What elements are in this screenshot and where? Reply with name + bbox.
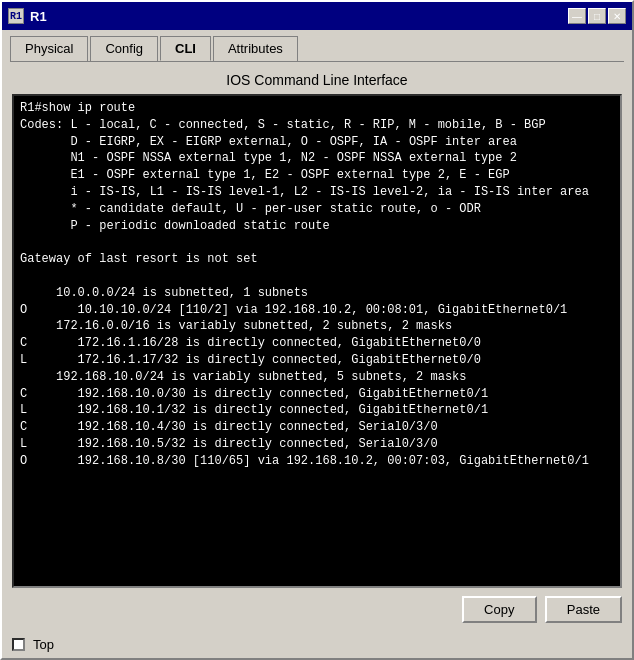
section-title: IOS Command Line Interface xyxy=(12,72,622,88)
minimize-button[interactable]: — xyxy=(568,8,586,24)
window-title: R1 xyxy=(30,9,568,24)
tab-config[interactable]: Config xyxy=(90,36,158,61)
bottom-bar: Top xyxy=(2,631,632,658)
window-icon: R1 xyxy=(8,8,24,24)
tab-cli[interactable]: CLI xyxy=(160,36,211,61)
tab-physical[interactable]: Physical xyxy=(10,36,88,61)
title-bar-controls: — □ ✕ xyxy=(568,8,626,24)
main-window: R1 R1 — □ ✕ Physical Config CLI Attribut… xyxy=(0,0,634,660)
main-content: IOS Command Line Interface R1#show ip ro… xyxy=(2,62,632,631)
cli-output[interactable]: R1#show ip route Codes: L - local, C - c… xyxy=(12,94,622,588)
top-label: Top xyxy=(33,637,54,652)
tabs-row: Physical Config CLI Attributes xyxy=(2,30,632,61)
paste-button[interactable]: Paste xyxy=(545,596,622,623)
tab-attributes[interactable]: Attributes xyxy=(213,36,298,61)
top-checkbox[interactable] xyxy=(12,638,25,651)
copy-button[interactable]: Copy xyxy=(462,596,537,623)
title-bar: R1 R1 — □ ✕ xyxy=(2,2,632,30)
close-button[interactable]: ✕ xyxy=(608,8,626,24)
button-row: Copy Paste xyxy=(12,596,622,623)
maximize-button[interactable]: □ xyxy=(588,8,606,24)
